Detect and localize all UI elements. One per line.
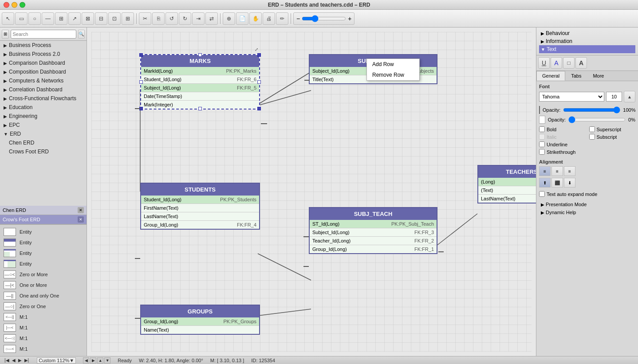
tree-item-information[interactable]: ▶ Information xyxy=(539,37,635,45)
table-teachers[interactable]: TEACHERS (Long) PK:PK_Te... (Text) LastN… xyxy=(477,165,536,204)
superscript-checkbox[interactable] xyxy=(589,126,595,132)
zoom-dropdown-icon[interactable]: ▼ xyxy=(69,358,74,363)
bold-checkbox[interactable] xyxy=(539,126,545,132)
table-marks-row-1[interactable]: MarkId(Long) PK:PK_Marks xyxy=(141,67,259,75)
close-button[interactable] xyxy=(4,2,9,8)
text-auto-expand-checkbox[interactable] xyxy=(539,191,545,197)
redo-tool[interactable]: ↻ xyxy=(179,12,191,25)
open-tab-crows-foot[interactable]: Crow's Foot ERD ✕ xyxy=(0,215,87,224)
scroll-right-btn[interactable]: ▶ xyxy=(90,357,96,364)
sidebar-item-epc[interactable]: ▶ EPC xyxy=(0,121,87,129)
sidebar-item-education[interactable]: ▶ Education xyxy=(0,103,87,112)
table-subj-teach-row-4[interactable]: Group_Id(Long) FK:FR_1 xyxy=(310,245,437,253)
opacity2-slider[interactable] xyxy=(568,116,626,123)
zoom-fit[interactable]: ⊕ xyxy=(223,12,235,25)
zoom-slider[interactable] xyxy=(302,15,346,22)
canvas[interactable]: ⤢ MARKS MarkId(Long) PK:PK_Marks Student… xyxy=(91,32,532,352)
zoom-select-bar[interactable]: Custom 112% ▼ xyxy=(37,357,76,364)
table-groups-row-1[interactable]: Group_Id(Long) PK:PK_Groups xyxy=(141,317,259,326)
table-subj-teach[interactable]: SUBJ_TEACH ST_Id(Long) PK:PK_Subj_Teach … xyxy=(309,207,437,254)
copy-tool[interactable]: ⎘ xyxy=(152,12,165,25)
element-entity-3[interactable]: Entity xyxy=(0,248,87,258)
zoom-page[interactable]: 📄 xyxy=(236,12,248,25)
color2-box[interactable] xyxy=(539,116,545,124)
tab-close-chen[interactable]: ✕ xyxy=(78,207,84,213)
table-subj-teach-row-2[interactable]: Subject_Id(Long) FK:FR_3 xyxy=(310,228,437,237)
table-marks-row-2[interactable]: Student_Id(Long) FK:FR_6 xyxy=(141,75,259,84)
strikethrough-checkbox[interactable] xyxy=(539,149,545,155)
search-input[interactable] xyxy=(11,30,76,39)
zoom-plus-icon[interactable]: + xyxy=(348,15,351,22)
table-subj-teach-row-1[interactable]: ST_Id(Long) PK:PK_Subj_Teach xyxy=(310,220,437,228)
select-tool[interactable]: ↖ xyxy=(2,12,14,25)
table-students-row-4[interactable]: Group_Id(Long) FK:FR_4 xyxy=(141,221,259,229)
tool7[interactable]: ⊟ xyxy=(95,12,107,25)
sidebar-item-business-process-2[interactable]: ▶ Business Process 2.0 xyxy=(0,50,87,59)
print-tool[interactable]: 🖨 xyxy=(263,12,275,25)
search-button[interactable]: 🔍 xyxy=(78,30,85,39)
sidebar-item-computers[interactable]: ▶ Computers & Networks xyxy=(0,76,87,85)
element-entity-2[interactable]: Entity xyxy=(0,237,87,248)
table-marks-row-4[interactable]: Date(TimeStamp) xyxy=(141,92,259,101)
text-size-btn[interactable]: A xyxy=(575,57,587,69)
element-zero-more[interactable]: —○< Zero or More xyxy=(0,269,87,280)
sidebar-grid-btn[interactable]: ⊞ xyxy=(2,30,9,39)
undo-tool[interactable]: ↺ xyxy=(165,12,178,25)
open-tab-chen[interactable]: Chen ERD ✕ xyxy=(0,206,87,215)
table-teachers-row-3[interactable]: LastName(Text) xyxy=(478,195,536,203)
element-one-only[interactable]: —|| One and only One xyxy=(0,290,87,301)
context-add-row[interactable]: Add Row xyxy=(367,59,419,70)
resize-handle[interactable]: ⤢ xyxy=(255,47,258,52)
tool15[interactable]: ⇄ xyxy=(205,12,218,25)
presentation-mode-item[interactable]: ▶ Presentation Mode xyxy=(539,200,635,208)
window-controls[interactable] xyxy=(4,2,25,8)
table-teachers-row-1[interactable]: (Long) PK:PK_Te... xyxy=(478,178,536,186)
italic-checkbox[interactable] xyxy=(539,134,545,140)
sidebar-item-comparison[interactable]: ▶ Comparison Dashboard xyxy=(0,59,87,67)
opacity1-slider[interactable] xyxy=(563,106,620,114)
element-m1d[interactable]: ○—< M:1 xyxy=(0,344,87,354)
tab-general[interactable]: General xyxy=(536,71,565,81)
align-center-btn[interactable]: ≡ xyxy=(551,166,563,176)
subscript-checkbox[interactable] xyxy=(589,134,595,140)
sidebar-item-correlation[interactable]: ▶ Correlation Dashboard xyxy=(0,85,87,94)
connect-tool[interactable]: ↗ xyxy=(68,12,81,25)
element-m1a[interactable]: <—|| M:1 xyxy=(0,312,87,322)
table-marks-row-3[interactable]: Subject_Id(Long) FK:FR_5 xyxy=(141,84,259,92)
align-left-btn[interactable]: ≡ xyxy=(539,166,551,176)
font-size-input[interactable] xyxy=(606,92,622,102)
sidebar-item-erd[interactable]: ▼ ERD xyxy=(0,129,87,138)
scroll-left-btn[interactable]: ◀ xyxy=(83,357,89,364)
table-students-row-1[interactable]: Student_Id(Long) PK:PK_Students xyxy=(141,196,259,204)
element-m1b[interactable]: |—< M:1 xyxy=(0,322,87,333)
page-last-btn[interactable]: ▶| xyxy=(24,358,30,363)
text-bgcolor-btn[interactable]: □ xyxy=(563,57,575,69)
font-size-up-btn[interactable]: ▲ xyxy=(624,91,635,102)
table-teachers-row-2[interactable]: (Text) xyxy=(478,186,536,195)
context-remove-row[interactable]: Remove Row xyxy=(367,70,419,80)
sidebar-item-composition[interactable]: ▶ Composition Dashboard xyxy=(0,67,87,76)
align-top-btn[interactable]: ⬆ xyxy=(539,178,551,188)
tree-item-behaviour[interactable]: ▶ Behaviour xyxy=(539,29,635,37)
rect-tool[interactable]: ▭ xyxy=(15,12,28,25)
tree-item-text[interactable]: ▼ Text xyxy=(539,45,635,53)
maximize-button[interactable] xyxy=(20,2,25,8)
table-groups[interactable]: GROUPS Group_Id(Long) PK:PK_Groups Name(… xyxy=(140,305,260,335)
sidebar-item-business-process[interactable]: ▶ Business Process xyxy=(0,41,87,50)
table-subj-teach-row-3[interactable]: Teacher_Id(Long) FK:FR_2 xyxy=(310,237,437,245)
pen-tool[interactable]: ✏ xyxy=(276,12,288,25)
element-m1c[interactable]: <—○| M:1 xyxy=(0,333,87,344)
tab-more[interactable]: More xyxy=(587,71,610,81)
dynamic-help-item[interactable]: ▶ Dynamic Help xyxy=(539,208,635,216)
line-tool[interactable]: — xyxy=(42,12,54,25)
element-entity-4[interactable]: Entity xyxy=(0,258,87,269)
table-marks[interactable]: ⤢ MARKS MarkId(Long) PK:PK_Marks Student… xyxy=(140,54,260,110)
table-students[interactable]: STUDENTS Student_Id(Long) PK:PK_Students… xyxy=(140,183,260,230)
sidebar-item-crows-foot[interactable]: Crows Foot ERD xyxy=(0,147,87,156)
tool14[interactable]: ⇥ xyxy=(192,12,205,25)
table-students-row-3[interactable]: LastName(Text) xyxy=(141,212,259,221)
tab-close-crows-foot[interactable]: ✕ xyxy=(78,216,84,223)
table-groups-row-2[interactable]: Name(Text) xyxy=(141,326,259,334)
hand-tool[interactable]: ✋ xyxy=(249,12,262,25)
zoom-minus-icon[interactable]: − xyxy=(296,15,300,22)
